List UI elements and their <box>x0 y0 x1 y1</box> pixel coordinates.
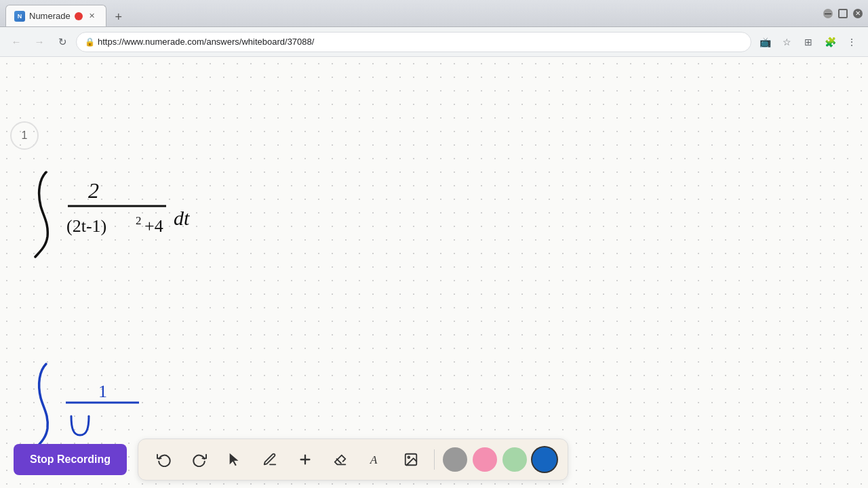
minimize-button[interactable]: — <box>823 9 833 18</box>
menu-button[interactable]: ⋮ <box>842 33 861 52</box>
new-tab-button[interactable]: + <box>109 7 128 26</box>
svg-text:A: A <box>370 453 378 466</box>
tab-close-button[interactable]: ✕ <box>87 11 98 22</box>
color-blue[interactable] <box>532 447 557 472</box>
recording-indicator <box>75 12 83 20</box>
svg-text:2: 2 <box>136 214 142 227</box>
url-text: https://www.numerade.com/answers/whitebo… <box>98 37 314 47</box>
browser-titlebar: N Numerade ✕ + — ✕ <box>0 0 868 27</box>
color-pink[interactable] <box>473 447 497 472</box>
lock-icon: 🔒 <box>85 37 95 47</box>
forward-button[interactable]: → <box>30 33 49 52</box>
svg-text:(2t-1): (2t-1) <box>66 216 106 236</box>
maximize-button[interactable] <box>838 9 848 18</box>
eraser-button[interactable] <box>326 445 355 474</box>
bookmark-button[interactable]: ☆ <box>777 33 796 52</box>
tab-bar: N Numerade ✕ + <box>5 0 128 26</box>
page-number: 1 <box>10 121 39 150</box>
stop-recording-button[interactable]: Stop Recording <box>14 444 127 475</box>
cast-button[interactable]: 📺 <box>755 33 774 52</box>
svg-text:dt: dt <box>174 207 190 229</box>
tab-favicon: N <box>14 11 25 22</box>
text-tool-button[interactable]: A <box>361 445 391 474</box>
svg-text:+4: +4 <box>144 216 163 236</box>
svg-text:2: 2 <box>88 178 99 203</box>
sidebar-button[interactable]: ⊞ <box>799 33 818 52</box>
drawing-toolbar: A <box>138 439 568 481</box>
undo-button[interactable] <box>149 445 179 474</box>
svg-point-12 <box>408 456 410 458</box>
bottom-toolbar-container: Stop Recording <box>0 430 868 488</box>
browser-toolbar: ← → ↻ 🔒 https://www.numerade.com/answers… <box>0 27 868 57</box>
address-bar[interactable]: 🔒 https://www.numerade.com/answers/white… <box>76 32 751 52</box>
image-tool-button[interactable] <box>396 445 426 474</box>
color-green[interactable] <box>502 447 527 472</box>
whiteboard[interactable]: 1 2 (2t-1) 2 +4 dt 1 <box>0 57 868 488</box>
add-button[interactable] <box>290 445 320 474</box>
extension-button[interactable]: 🧩 <box>821 33 840 52</box>
color-gray[interactable] <box>443 447 467 472</box>
reload-button[interactable]: ↻ <box>53 33 72 52</box>
select-tool-button[interactable] <box>220 445 250 474</box>
pencil-tool-button[interactable] <box>255 445 285 474</box>
whiteboard-drawings: 2 (2t-1) 2 +4 dt 1 <box>0 57 868 488</box>
back-button[interactable]: ← <box>7 33 26 52</box>
svg-text:1: 1 <box>98 382 107 401</box>
active-tab[interactable]: N Numerade ✕ <box>5 5 106 26</box>
toolbar-actions: 📺 ☆ ⊞ 🧩 ⋮ <box>755 33 861 52</box>
tab-title: Numerade <box>29 11 71 21</box>
toolbar-divider <box>434 449 435 470</box>
browser-frame: N Numerade ✕ + — ✕ ← → ↻ 🔒 https://www.n… <box>0 0 868 488</box>
redo-button[interactable] <box>184 445 214 474</box>
close-button[interactable]: ✕ <box>853 9 863 18</box>
